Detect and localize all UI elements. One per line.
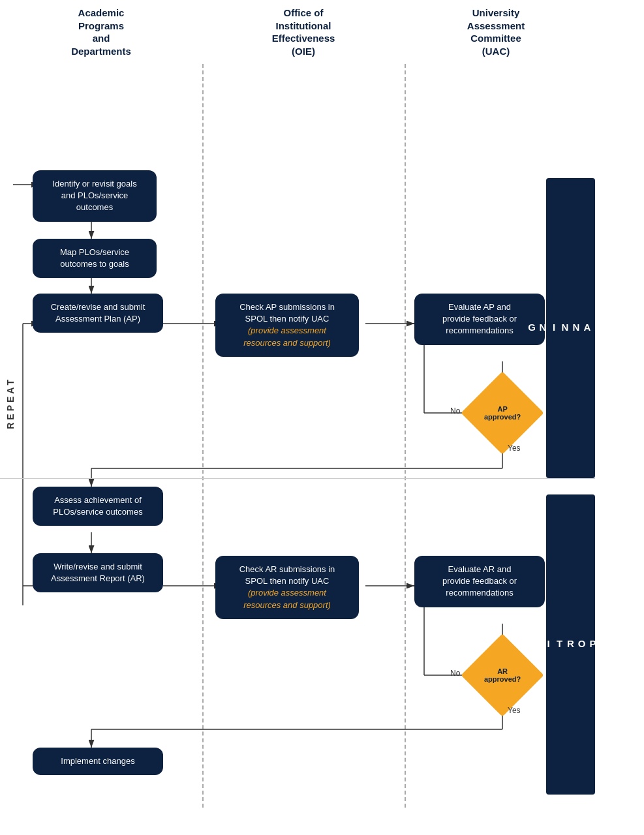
box-evaluate-ap: Evaluate AP andprovide feedback orrecomm… [414,294,545,345]
header-col2: Office ofInstitutionalEffectiveness(OIE) [202,7,405,57]
column-headers: AcademicProgramsandDepartments Office of… [0,0,644,57]
ap-no-label: No [450,406,460,416]
divider-1 [202,64,204,808]
ar-approved-diamond: ARapproved? [473,646,532,705]
box-evaluate-ar: Evaluate AR andprovide feedback orrecomm… [414,556,545,607]
ar-no-label: No [450,669,460,678]
box-map-plos: Map PLOs/serviceoutcomes to goals [33,239,157,278]
box-implement-changes: Implement changes [33,748,163,775]
diagram-container: AcademicProgramsandDepartments Office of… [0,0,644,835]
ap-approved-diamond: APapproved? [473,384,532,442]
reporting-label: REPORTING [546,494,595,795]
box-check-ar: Check AR submissions inSPOL then notify … [215,556,359,619]
header-col3: UniversityAssessmentCommittee(UAC) [405,7,587,57]
box-write-ar: Write/revise and submitAssessment Report… [33,553,163,592]
section-divider [0,478,595,479]
box-assess-achievement: Assess achievement ofPLOs/service outcom… [33,487,163,526]
divider-2 [405,64,406,808]
header-col1: AcademicProgramsandDepartments [0,7,202,57]
ar-yes-label: Yes [508,706,521,715]
box-create-ap: Create/revise and submitAssessment Plan … [33,294,163,333]
box-check-ap: Check AP submissions inSPOL then notify … [215,294,359,357]
box-identify-goals: Identify or revisit goalsand PLOs/servic… [33,170,157,222]
planning-label: PLANNING [546,178,595,478]
ap-yes-label: Yes [508,444,521,453]
repeat-label: REPEAT [5,377,16,429]
